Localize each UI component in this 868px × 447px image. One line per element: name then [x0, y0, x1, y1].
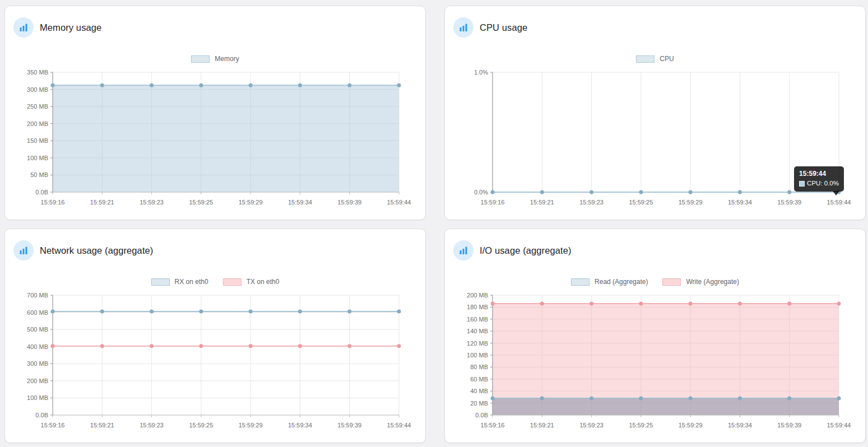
memory-usage-title: Memory usage: [40, 22, 101, 33]
svg-text:15:59:39: 15:59:39: [777, 199, 801, 206]
y-axis-labels: 0.0%1.0%: [474, 69, 488, 195]
svg-text:15:59:16: 15:59:16: [41, 422, 65, 429]
series-lines: [53, 311, 399, 346]
svg-text:50 MB: 50 MB: [30, 171, 48, 178]
svg-text:500 MB: 500 MB: [27, 326, 48, 333]
network-usage-title: Network usage (aggregate): [40, 245, 153, 256]
svg-text:15:59:16: 15:59:16: [481, 422, 505, 429]
svg-text:15:59:34: 15:59:34: [288, 199, 312, 206]
network-usage-chart[interactable]: 0.0B100 MB200 MB300 MB400 MB500 MB600 MB…: [5, 290, 425, 436]
bar-chart-icon: [453, 17, 474, 38]
svg-text:15:59:21: 15:59:21: [90, 199, 114, 206]
svg-text:15:59:21: 15:59:21: [530, 199, 554, 206]
io-usage-title: I/O usage (aggregate): [480, 245, 572, 256]
legend-swatch: [636, 55, 655, 63]
svg-text:15:59:44: 15:59:44: [387, 199, 411, 206]
svg-text:15:59:29: 15:59:29: [679, 199, 703, 206]
cpu-chart-area: CPU 0.0%1.0%15:59:1615:59:2115:59:2315:5…: [445, 51, 865, 213]
legend-label: RX on eth0: [175, 278, 208, 286]
svg-text:400 MB: 400 MB: [27, 343, 48, 350]
svg-text:300 MB: 300 MB: [27, 86, 48, 93]
svg-text:15:59:29: 15:59:29: [239, 422, 263, 429]
svg-text:140 MB: 140 MB: [467, 328, 488, 334]
axes: [490, 72, 839, 194]
legend-item-write-aggregate[interactable]: Write (Aggregate): [662, 278, 739, 286]
tooltip-value: CPU: 0.0%: [807, 179, 839, 188]
card-header: Network usage (aggregate): [5, 229, 425, 260]
svg-text:15:59:21: 15:59:21: [530, 422, 554, 429]
io-usage-card: I/O usage (aggregate) Read (Aggregate)Wr…: [444, 229, 866, 443]
svg-text:100 MB: 100 MB: [467, 352, 488, 358]
chart-tooltip: 15:59:44 CPU: 0.0%: [794, 166, 844, 192]
legend-item-rx-on-eth0[interactable]: RX on eth0: [151, 278, 208, 286]
card-header: CPU usage: [445, 6, 865, 38]
svg-text:80 MB: 80 MB: [470, 364, 488, 370]
y-axis-labels: 0.0B50 MB100 MB150 MB200 MB250 MB300 MB3…: [27, 69, 48, 195]
tooltip-caret-icon: [833, 191, 839, 195]
legend-item-read-aggregate[interactable]: Read (Aggregate): [571, 278, 648, 286]
svg-text:15:59:16: 15:59:16: [41, 199, 65, 206]
x-axis-labels: 15:59:1615:59:2115:59:2315:59:2515:59:29…: [481, 422, 851, 429]
axes: [50, 295, 399, 417]
legend-item-memory[interactable]: Memory: [191, 55, 239, 63]
gridlines: [53, 295, 399, 415]
svg-text:15:59:29: 15:59:29: [679, 422, 703, 429]
y-axis-labels: 0.0B20 MB40 MB60 MB80 MB100 MB120 MB140 …: [467, 292, 488, 418]
legend-item-cpu[interactable]: CPU: [636, 55, 674, 63]
x-axis-labels: 15:59:1615:59:2115:59:2315:59:2515:59:29…: [481, 199, 851, 206]
legend-label: Memory: [215, 55, 239, 63]
legend-label: Read (Aggregate): [595, 278, 648, 286]
y-axis-labels: 0.0B100 MB200 MB300 MB400 MB500 MB600 MB…: [27, 292, 48, 418]
tooltip-series-swatch: [799, 181, 805, 187]
memory-usage-card: Memory usage Memory 0.0B50 MB100 MB150 M…: [4, 6, 426, 220]
svg-text:160 MB: 160 MB: [467, 316, 488, 323]
dashboard-grid: Memory usage Memory 0.0B50 MB100 MB150 M…: [0, 0, 868, 447]
svg-text:600 MB: 600 MB: [27, 309, 48, 316]
svg-text:300 MB: 300 MB: [27, 360, 48, 367]
svg-text:350 MB: 350 MB: [27, 69, 48, 76]
cpu-chart-legend: CPU: [445, 51, 865, 67]
svg-text:40 MB: 40 MB: [470, 388, 488, 394]
svg-text:15:59:23: 15:59:23: [140, 422, 164, 429]
svg-text:15:59:39: 15:59:39: [337, 199, 361, 206]
svg-text:100 MB: 100 MB: [27, 155, 48, 161]
card-header: I/O usage (aggregate): [445, 229, 865, 260]
svg-text:250 MB: 250 MB: [27, 103, 48, 110]
network-chart-area: RX on eth0TX on eth0 0.0B100 MB200 MB300…: [5, 274, 425, 436]
memory-chart-area: Memory 0.0B50 MB100 MB150 MB200 MB250 MB…: [5, 51, 425, 213]
svg-text:200 MB: 200 MB: [27, 120, 48, 127]
svg-text:15:59:34: 15:59:34: [728, 199, 752, 206]
legend-swatch: [151, 278, 170, 286]
svg-text:15:59:23: 15:59:23: [579, 199, 604, 206]
svg-text:15:59:25: 15:59:25: [189, 422, 213, 429]
io-chart-area: Read (Aggregate)Write (Aggregate) 0.0B20…: [445, 274, 865, 436]
network-chart-legend: RX on eth0TX on eth0: [5, 274, 425, 290]
svg-text:15:59:29: 15:59:29: [239, 199, 263, 206]
svg-text:15:59:23: 15:59:23: [140, 199, 164, 206]
svg-text:15:59:34: 15:59:34: [728, 422, 752, 429]
cpu-usage-card: CPU usage CPU 0.0%1.0%15:59:1615:59:2115…: [444, 6, 866, 220]
card-header: Memory usage: [5, 6, 425, 38]
x-axis-labels: 15:59:1615:59:2115:59:2315:59:2515:59:29…: [41, 422, 411, 429]
svg-text:200 MB: 200 MB: [27, 378, 48, 384]
bar-chart-icon: [13, 17, 34, 38]
gridlines: [493, 72, 839, 192]
legend-label: CPU: [660, 55, 674, 63]
bar-chart-icon: [453, 240, 474, 260]
svg-text:0.0B: 0.0B: [35, 189, 48, 195]
legend-label: TX on eth0: [247, 278, 280, 286]
memory-chart-legend: Memory: [5, 51, 425, 67]
svg-text:15:59:21: 15:59:21: [90, 422, 114, 429]
svg-text:20 MB: 20 MB: [470, 400, 488, 407]
svg-text:15:59:34: 15:59:34: [288, 422, 312, 429]
svg-text:15:59:44: 15:59:44: [827, 422, 851, 429]
network-usage-card: Network usage (aggregate) RX on eth0TX o…: [4, 229, 426, 443]
svg-text:0.0%: 0.0%: [474, 189, 488, 195]
legend-item-tx-on-eth0[interactable]: TX on eth0: [223, 278, 280, 286]
svg-text:15:59:25: 15:59:25: [629, 422, 653, 429]
svg-text:0.0B: 0.0B: [35, 412, 48, 418]
io-usage-chart[interactable]: 0.0B20 MB40 MB60 MB80 MB100 MB120 MB140 …: [445, 290, 865, 436]
svg-text:180 MB: 180 MB: [467, 304, 488, 310]
svg-text:15:59:44: 15:59:44: [387, 422, 411, 429]
memory-usage-chart[interactable]: 0.0B50 MB100 MB150 MB200 MB250 MB300 MB3…: [5, 67, 425, 213]
